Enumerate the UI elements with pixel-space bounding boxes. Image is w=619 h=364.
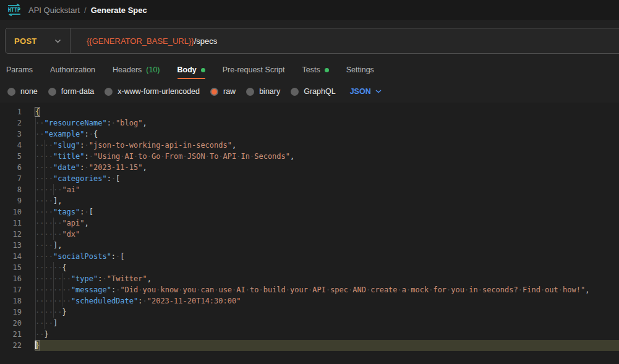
code-line-21[interactable]: 21··} — [0, 329, 619, 340]
line-content: ··"resourceName":·"blog", — [35, 117, 619, 129]
line-number: 22 — [0, 340, 35, 351]
tab-pre-request-script[interactable]: Pre-request Script — [223, 59, 285, 80]
indent-guide — [35, 117, 36, 129]
indent-guide — [44, 318, 45, 329]
line-number: 9 — [0, 195, 35, 206]
indent-guide — [53, 307, 54, 318]
line-number: 2 — [0, 117, 35, 129]
indent-guide — [44, 229, 45, 240]
indent-guide — [44, 284, 45, 295]
code-line-12[interactable]: 12······"dx" — [0, 229, 619, 240]
line-number: 13 — [0, 240, 35, 251]
indent-guide — [35, 229, 36, 240]
line-content: ····"tags":·[ — [35, 206, 619, 218]
code-line-22[interactable]: 22} — [0, 340, 619, 351]
body-type-raw[interactable]: raw — [210, 87, 236, 96]
indent-guide — [44, 273, 45, 284]
line-content: ······} — [35, 307, 619, 318]
indent-guide — [62, 295, 62, 307]
tab-settings[interactable]: Settings — [346, 59, 374, 80]
indent-guide — [35, 184, 36, 195]
method-selector[interactable]: POST — [6, 28, 70, 53]
body-type-form-data[interactable]: form-data — [48, 87, 95, 96]
body-type-none[interactable]: none — [7, 87, 38, 96]
breadcrumb-parent[interactable]: API Quickstart — [28, 6, 80, 15]
line-number: 11 — [0, 218, 35, 229]
code-line-17[interactable]: 17········"message":·"Did·you·know·you·c… — [0, 284, 619, 295]
method-label: POST — [14, 36, 37, 46]
radio-icon — [48, 88, 56, 96]
indent-guide — [35, 295, 36, 307]
body-type-binary[interactable]: binary — [246, 87, 280, 96]
line-content: ········"scheduledDate":·"2023-11-20T14:… — [35, 295, 619, 307]
line-content: ········"message":·"Did·you·know·you·can… — [35, 284, 619, 295]
url-input[interactable]: {{GENERATOR_BASE_URL}}/specs — [70, 28, 619, 53]
indent-guide — [35, 218, 36, 229]
line-content: ····"socialPosts":·[ — [35, 251, 619, 262]
line-content: ······{ — [35, 262, 619, 273]
code-line-2[interactable]: 2··"resourceName":·"blog", — [0, 117, 619, 129]
code-line-7[interactable]: 7····"categories":·[ — [0, 173, 619, 184]
breadcrumb-current: Generate Spec — [91, 6, 147, 15]
code-line-19[interactable]: 19······} — [0, 307, 619, 318]
indent-guide — [44, 295, 45, 307]
indent-guide — [35, 251, 36, 262]
code-line-3[interactable]: 3··"example":·{ — [0, 129, 619, 140]
code-line-13[interactable]: 13····], — [0, 240, 619, 251]
request-bar: POST {{GENERATOR_BASE_URL}}/specs — [0, 20, 619, 59]
line-number: 20 — [0, 318, 35, 329]
indent-guide — [35, 129, 36, 140]
svg-text:HTTP: HTTP — [8, 7, 20, 13]
indent-guide — [53, 229, 54, 240]
body-type-label: binary — [259, 87, 280, 96]
code-line-16[interactable]: 16········"type":·"Twitter", — [0, 273, 619, 284]
code-line-5[interactable]: 5····"title":·"Using·AI·to·Go·From·JSON·… — [0, 151, 619, 162]
indent-guide — [35, 140, 36, 151]
code-line-6[interactable]: 6····"date":·"2023-11-15", — [0, 162, 619, 173]
body-type-x-www-form-urlencoded[interactable]: x-www-form-urlencoded — [105, 87, 200, 96]
body-type-label: GraphQL — [304, 87, 335, 96]
tab-authorization[interactable]: Authorization — [50, 59, 95, 80]
code-line-20[interactable]: 20····] — [0, 318, 619, 329]
indent-guide — [35, 262, 36, 273]
indent-guide — [35, 240, 36, 251]
indent-guide — [35, 151, 36, 162]
line-number: 21 — [0, 329, 35, 340]
code-editor[interactable]: 1{2··"resourceName":·"blog",3··"example"… — [0, 103, 619, 364]
line-content: ········"type":·"Twitter", — [35, 273, 619, 284]
body-type-label: raw — [223, 87, 236, 96]
line-content: ····"title":·"Using·AI·to·Go·From·JSON·T… — [35, 151, 619, 162]
indent-guide — [62, 284, 62, 295]
line-content: ····], — [35, 195, 619, 206]
code-line-15[interactable]: 15······{ — [0, 262, 619, 273]
tab-params[interactable]: Params — [6, 59, 33, 80]
tab-label: Params — [6, 66, 33, 74]
code-line-11[interactable]: 11······"api", — [0, 218, 619, 229]
code-line-18[interactable]: 18········"scheduledDate":·"2023-11-20T1… — [0, 295, 619, 307]
line-content: ····"slug":·"json-to-working-api-in-seco… — [35, 140, 619, 151]
code-line-14[interactable]: 14····"socialPosts":·[ — [0, 251, 619, 262]
indent-guide — [44, 162, 45, 173]
code-line-10[interactable]: 10····"tags":·[ — [0, 206, 619, 218]
line-content: ······"api", — [35, 218, 619, 229]
code-line-1[interactable]: 1{ — [0, 106, 619, 117]
language-selector[interactable]: JSON — [350, 87, 382, 96]
line-number: 3 — [0, 129, 35, 140]
indent-guide — [35, 318, 36, 329]
code-line-8[interactable]: 8······"ai" — [0, 184, 619, 195]
indent-guide — [44, 151, 45, 162]
body-type-label: none — [20, 87, 38, 96]
code-line-4[interactable]: 4····"slug":·"json-to-working-api-in-sec… — [0, 140, 619, 151]
line-content: ······"ai" — [35, 184, 619, 195]
tab-headers[interactable]: Headers(10) — [113, 59, 160, 80]
indent-guide — [35, 195, 36, 206]
line-number: 17 — [0, 284, 35, 295]
tab-body[interactable]: Body — [177, 59, 205, 80]
body-type-graphql[interactable]: GraphQL — [291, 87, 335, 96]
code-line-9[interactable]: 9····], — [0, 195, 619, 206]
green-dot-icon — [201, 68, 205, 72]
indent-guide — [44, 218, 45, 229]
body-type-label: form-data — [61, 87, 95, 96]
tab-tests[interactable]: Tests — [302, 59, 329, 80]
line-content: { — [35, 106, 619, 117]
